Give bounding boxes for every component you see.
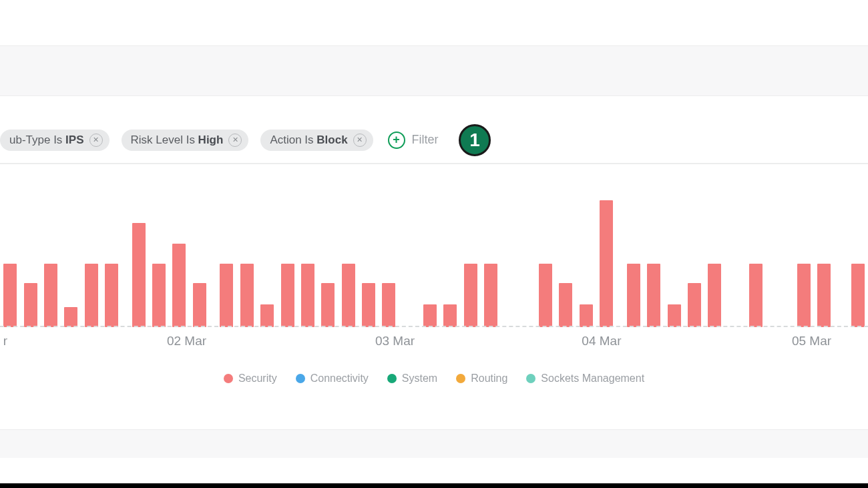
chart-bar[interactable]	[105, 264, 118, 327]
chart-bar[interactable]	[193, 283, 206, 328]
bar-slot	[420, 178, 440, 327]
legend-item[interactable]: Security	[224, 373, 277, 385]
chart-bar[interactable]	[559, 283, 572, 328]
chart-bar[interactable]	[464, 264, 477, 327]
chart-bar[interactable]	[85, 264, 98, 327]
x-tick-label: 02 Mar	[167, 334, 206, 348]
add-filter-button[interactable]: + Filter	[388, 132, 439, 149]
bar-slot	[793, 178, 813, 327]
chart-bar[interactable]	[24, 283, 37, 328]
chart-bar[interactable]	[44, 264, 57, 327]
bar-slot	[101, 178, 122, 327]
bar-slot	[834, 178, 841, 327]
filter-bar: ub-Type Is IPS ✕ Risk Level Is High ✕ Ac…	[0, 117, 868, 164]
legend-dot-icon	[526, 374, 535, 383]
legend-dot-icon	[387, 374, 397, 383]
chart-x-axis: r02 Mar03 Mar04 Mar05 Mar	[0, 331, 868, 352]
chart-bar[interactable]	[647, 264, 660, 327]
chart-bar[interactable]	[152, 264, 166, 327]
legend-item[interactable]: Sockets Management	[526, 373, 644, 385]
bar-slot	[81, 178, 101, 327]
bar-slot	[596, 178, 616, 327]
legend-label: Sockets Management	[541, 373, 644, 385]
chart-bar[interactable]	[600, 200, 613, 327]
chart-bar[interactable]	[797, 264, 811, 327]
bar-slot	[616, 178, 623, 327]
close-icon[interactable]: ✕	[228, 134, 242, 147]
bar-slot	[704, 178, 724, 327]
bar-slot	[359, 178, 379, 327]
bar-slot	[210, 178, 216, 327]
bar-slot	[738, 178, 745, 327]
chart-bars	[0, 178, 868, 327]
x-tick-label: 05 Mar	[792, 334, 831, 348]
chart-panel: r02 Mar03 Mar04 Mar05 Mar SecurityConnec…	[0, 164, 868, 395]
legend-label: Routing	[471, 373, 507, 385]
bar-slot	[406, 178, 413, 327]
bar-slot	[481, 178, 501, 327]
chart-bar[interactable]	[851, 264, 865, 327]
chart-bar[interactable]	[382, 283, 395, 328]
chart-bar[interactable]	[443, 304, 457, 327]
chart-bar[interactable]	[172, 244, 186, 327]
bottom-border	[0, 483, 868, 488]
chart-bar[interactable]	[627, 264, 640, 327]
chart-bar[interactable]	[240, 264, 254, 327]
chart-bar[interactable]	[3, 264, 17, 327]
bar-slot	[501, 178, 507, 327]
chart-bar[interactable]	[580, 304, 593, 327]
bar-slot	[20, 178, 40, 327]
chart-bar[interactable]	[281, 264, 294, 327]
chart-bar[interactable]	[132, 223, 146, 327]
header-band	[0, 45, 868, 96]
chart-bar[interactable]	[668, 304, 681, 327]
x-tick-label: 03 Mar	[375, 334, 415, 348]
chart-bar[interactable]	[301, 264, 314, 327]
chart-bar[interactable]	[484, 264, 497, 327]
chart-bar[interactable]	[688, 283, 701, 328]
filter-chip-risk[interactable]: Risk Level Is High ✕	[122, 130, 249, 151]
legend-item[interactable]: System	[387, 373, 437, 385]
gap	[0, 96, 868, 117]
bar-slot	[440, 178, 460, 327]
bar-slot	[746, 178, 766, 327]
bar-slot	[169, 178, 189, 327]
chart-bar[interactable]	[539, 264, 552, 327]
legend-item[interactable]: Connectivity	[296, 373, 369, 385]
gap	[0, 395, 868, 430]
chart-baseline	[0, 326, 868, 327]
filter-chip-action[interactable]: Action Is Block ✕	[260, 130, 373, 151]
footer-band	[0, 430, 868, 458]
filter-chip-subtype[interactable]: ub-Type Is IPS ✕	[0, 130, 110, 151]
close-icon[interactable]: ✕	[89, 134, 103, 147]
chart-bar[interactable]	[342, 264, 355, 327]
bar-slot	[841, 178, 847, 327]
bar-slot	[521, 178, 528, 327]
legend-label: System	[402, 373, 437, 385]
legend-dot-icon	[224, 374, 233, 383]
chart-bar[interactable]	[817, 264, 831, 327]
bar-slot	[535, 178, 556, 327]
bar-slot	[190, 178, 210, 327]
chart-bar[interactable]	[220, 264, 233, 327]
bar-slot	[724, 178, 731, 327]
bar-slot	[732, 178, 738, 327]
x-tick-label: r	[3, 334, 7, 348]
legend-label: Security	[238, 373, 277, 385]
close-icon[interactable]: ✕	[353, 134, 367, 147]
chart-bar[interactable]	[321, 283, 335, 328]
bar-slot	[149, 178, 169, 327]
chart-bar[interactable]	[749, 264, 763, 327]
bar-slot	[277, 178, 297, 327]
x-tick-label: 04 Mar	[582, 334, 621, 348]
chart-bar[interactable]	[708, 264, 721, 327]
bar-slot	[684, 178, 704, 327]
bar-slot	[814, 178, 834, 327]
chart-bar[interactable]	[260, 304, 274, 327]
chart-bar[interactable]	[362, 283, 375, 328]
legend-item[interactable]: Routing	[456, 373, 507, 385]
chart-bar[interactable]	[423, 304, 437, 327]
bar-slot	[379, 178, 399, 327]
chart-bar[interactable]	[64, 307, 77, 327]
chart-plot	[0, 178, 868, 327]
